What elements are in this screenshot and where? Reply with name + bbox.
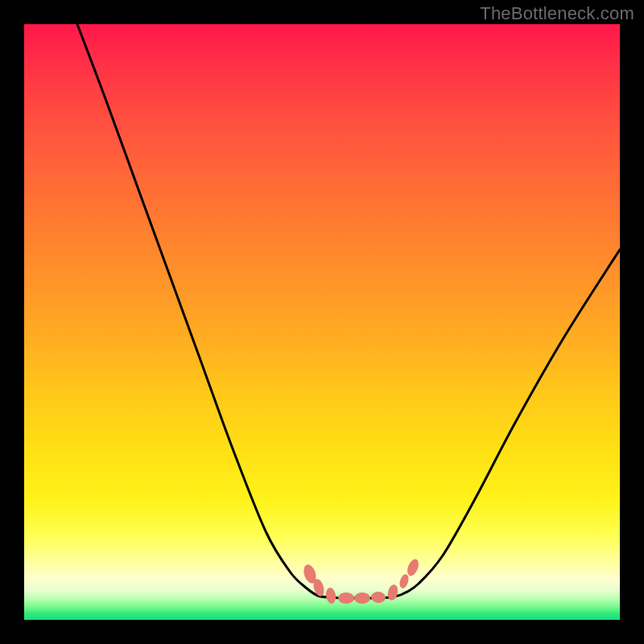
watermark-text: TheBottleneck.com (480, 3, 634, 24)
trough-marker (386, 584, 399, 601)
trough-marker (371, 592, 386, 604)
chart-stage: TheBottleneck.com (0, 0, 644, 644)
trough-marker (405, 558, 420, 578)
trough-marker (325, 587, 337, 604)
plot-area (24, 24, 620, 620)
trough-marker (338, 592, 354, 604)
curve-layer (24, 24, 620, 620)
bottleneck-curve (77, 24, 620, 598)
trough-marker (398, 573, 410, 589)
trough-marker (354, 592, 370, 604)
